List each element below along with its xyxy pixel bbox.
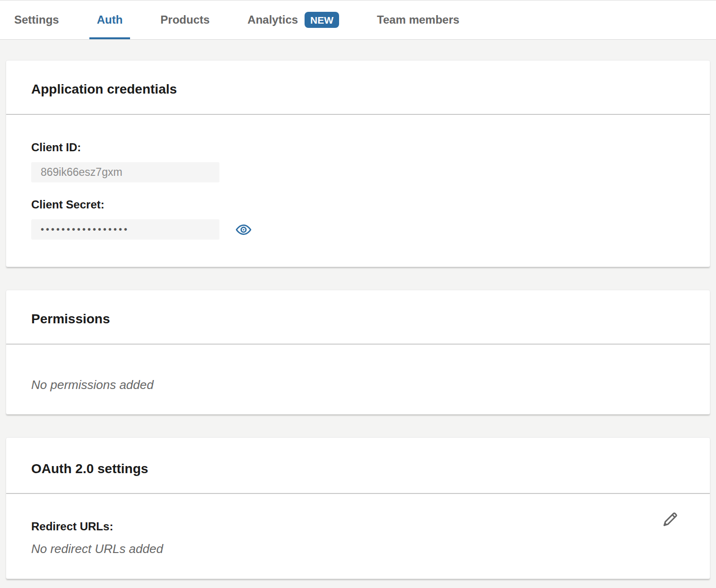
- permissions-header: Permissions: [6, 290, 710, 344]
- tab-products-label: Products: [160, 13, 210, 26]
- pencil-icon: [661, 510, 680, 529]
- oauth-settings-body: Redirect URLs: No redirect URLs added: [6, 494, 710, 579]
- tab-auth-label: Auth: [97, 13, 123, 26]
- eye-icon: [236, 222, 252, 238]
- client-id-label: Client ID:: [31, 141, 685, 154]
- application-credentials-card: Application credentials Client ID: 869ik…: [6, 60, 710, 267]
- tab-settings[interactable]: Settings: [14, 0, 59, 39]
- tab-products[interactable]: Products: [160, 0, 210, 39]
- client-secret-row: •••••••••••••••••: [31, 219, 685, 240]
- tab-bar: Settings Auth Products Analytics NEW Tea…: [0, 0, 716, 40]
- client-secret-masked-value[interactable]: •••••••••••••••••: [31, 219, 219, 240]
- oauth-settings-header: OAuth 2.0 settings: [6, 438, 710, 493]
- permissions-empty-message: No permissions added: [31, 378, 685, 392]
- tab-analytics[interactable]: Analytics NEW: [247, 0, 339, 39]
- permissions-body: No permissions added: [6, 345, 710, 414]
- tab-team-members-label: Team members: [377, 13, 459, 26]
- new-badge: NEW: [305, 12, 339, 28]
- tab-auth[interactable]: Auth: [97, 0, 123, 39]
- permissions-title: Permissions: [31, 311, 685, 327]
- auth-page: Application credentials Client ID: 869ik…: [0, 40, 716, 579]
- client-id-value[interactable]: 869ik66esz7gxm: [31, 162, 219, 182]
- show-secret-button[interactable]: [236, 222, 252, 238]
- tab-settings-label: Settings: [14, 13, 59, 26]
- tab-analytics-label: Analytics: [247, 13, 298, 26]
- oauth-settings-title: OAuth 2.0 settings: [31, 461, 685, 476]
- application-credentials-header: Application credentials: [6, 61, 710, 114]
- tab-team-members[interactable]: Team members: [377, 0, 459, 39]
- redirect-urls-empty-message: No redirect URLs added: [31, 542, 685, 556]
- application-credentials-body: Client ID: 869ik66esz7gxm Client Secret:…: [6, 115, 710, 267]
- application-credentials-title: Application credentials: [31, 82, 685, 97]
- permissions-card: Permissions No permissions added: [6, 290, 710, 415]
- redirect-urls-label: Redirect URLs:: [31, 520, 685, 533]
- edit-redirect-urls-button[interactable]: [660, 510, 680, 529]
- client-secret-label: Client Secret:: [31, 198, 685, 211]
- oauth-settings-card: OAuth 2.0 settings Redirect URLs: No red…: [6, 437, 710, 579]
